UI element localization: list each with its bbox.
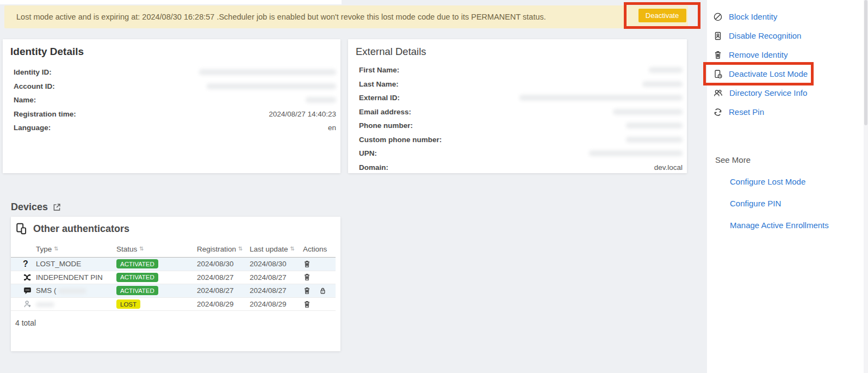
field-domain: Domain: dev.local xyxy=(352,161,683,175)
field-name: Name: xyxy=(7,93,336,107)
redacted-value xyxy=(626,123,683,129)
sort-icon: ⇅ xyxy=(238,246,243,252)
sms-icon xyxy=(21,286,36,295)
deactivate-button[interactable]: Deactivate xyxy=(638,9,686,22)
sidebar-item-remove-identity[interactable]: Remove Identity xyxy=(707,45,864,64)
lost-mode-banner: Lost mode active and is expiring at: 202… xyxy=(4,5,688,28)
column-header-type[interactable]: Type⇅ xyxy=(36,245,116,253)
delete-icon[interactable] xyxy=(303,286,311,295)
table-row-sms: SMS ( ACTIVATED 2024/08/27 2024/08/27 xyxy=(11,284,336,298)
delete-icon[interactable] xyxy=(303,273,311,282)
devices-title: Devices xyxy=(11,201,48,213)
scrollbar[interactable] xyxy=(864,0,868,373)
question-icon: ? xyxy=(21,259,36,269)
status-badge: ACTIVATED xyxy=(116,286,158,295)
field-upn: UPN: xyxy=(352,146,683,161)
table-header-row: Type⇅ Status⇅ Registration⇅ Last update⇅… xyxy=(11,241,336,258)
field-account-id: Account ID: xyxy=(7,80,336,94)
see-more-title: See More xyxy=(715,155,864,164)
field-language: Language: en xyxy=(7,121,336,135)
redacted-value xyxy=(649,67,683,73)
column-header-actions: Actions xyxy=(303,245,336,253)
table-row-independent-pin: INDEPENDENT PIN ACTIVATED 2024/08/27 202… xyxy=(11,271,336,285)
external-details-card: External Details First Name: Last Name: … xyxy=(348,39,687,173)
delete-icon[interactable] xyxy=(303,260,311,268)
lock-icon[interactable] xyxy=(319,286,327,295)
link-manage-active-enrollments[interactable]: Manage Active Enrollments xyxy=(730,221,864,230)
field-last-name: Last Name: xyxy=(352,77,683,91)
redacted-value xyxy=(589,150,683,156)
other-authenticators-card: Other authenticators Type⇅ Status⇅ Regis… xyxy=(11,217,340,351)
total-count: 4 total xyxy=(15,319,340,327)
external-details-title: External Details xyxy=(352,46,683,58)
redacted-value xyxy=(199,69,336,75)
sidebar-item-directory-service-info[interactable]: Directory Service Info xyxy=(707,83,864,102)
redacted-value xyxy=(613,109,683,115)
table-row-lost-mode: ? LOST_MODE ACTIVATED 2024/08/30 2024/08… xyxy=(11,258,336,271)
field-phone-number: Phone number: xyxy=(352,119,683,133)
independent-pin-icon xyxy=(21,273,36,282)
column-header-last-update[interactable]: Last update⇅ xyxy=(250,245,303,253)
delete-icon[interactable] xyxy=(303,300,311,309)
column-header-registration[interactable]: Registration⇅ xyxy=(197,245,250,253)
actions-sidebar: Block Identity Disable Recognition Rem xyxy=(707,0,864,373)
refresh-icon xyxy=(713,107,723,117)
status-badge: ACTIVATED xyxy=(116,259,158,268)
banner-message: Lost mode active and is expiring at: 202… xyxy=(16,13,546,21)
scrollbar-thumb[interactable] xyxy=(864,0,867,125)
status-badge: ACTIVATED xyxy=(116,273,158,282)
block-icon xyxy=(713,12,723,22)
status-badge: LOST xyxy=(116,299,140,309)
redacted-value xyxy=(36,302,54,307)
sort-icon: ⇅ xyxy=(139,246,144,252)
redacted-value xyxy=(306,97,336,103)
redacted-value xyxy=(207,83,336,89)
trash-icon xyxy=(713,50,723,60)
scrolled-card-edge xyxy=(0,0,342,4)
column-header-status[interactable]: Status⇅ xyxy=(116,245,197,253)
sidebar-item-reset-pin[interactable]: Reset Pin xyxy=(707,102,864,121)
redacted-value xyxy=(626,137,683,143)
field-custom-phone-number: Custom phone number: xyxy=(352,133,683,147)
id-badge-icon xyxy=(713,31,723,41)
device-clock-icon xyxy=(713,69,723,79)
table-row-lost-device: LOST 2024/08/29 2024/08/29 xyxy=(11,298,336,311)
redacted-value xyxy=(642,81,683,87)
sidebar-item-deactivate-lost-mode[interactable]: Deactivate Lost Mode xyxy=(707,64,864,83)
external-link-icon[interactable] xyxy=(52,203,61,212)
devices-pair-icon xyxy=(15,222,28,235)
sort-icon: ⇅ xyxy=(54,246,58,252)
person-icon xyxy=(21,299,36,309)
field-email-address: Email address: xyxy=(352,105,683,119)
annotation-highlight-deactivate: Deactivate xyxy=(624,2,700,29)
identity-details-title: Identity Details xyxy=(7,46,336,58)
redacted-value xyxy=(519,95,683,101)
sort-icon: ⇅ xyxy=(290,246,295,252)
field-external-id: External ID: xyxy=(352,91,683,105)
other-authenticators-title: Other authenticators xyxy=(33,223,129,235)
users-icon xyxy=(713,88,723,98)
field-first-name: First Name: xyxy=(352,63,683,77)
field-registration-time: Registration time: 2024/08/27 14:40:23 xyxy=(7,107,336,121)
identity-details-card: Identity Details Identity ID: Account ID… xyxy=(3,39,340,173)
redacted-value xyxy=(58,289,86,293)
authenticators-table: Type⇅ Status⇅ Registration⇅ Last update⇅… xyxy=(11,241,336,311)
field-identity-id: Identity ID: xyxy=(7,65,336,80)
sidebar-item-disable-recognition[interactable]: Disable Recognition xyxy=(707,26,864,45)
link-configure-pin[interactable]: Configure PIN xyxy=(730,199,864,208)
link-configure-lost-mode[interactable]: Configure Lost Mode xyxy=(730,177,864,186)
sidebar-item-block-identity[interactable]: Block Identity xyxy=(707,7,864,26)
